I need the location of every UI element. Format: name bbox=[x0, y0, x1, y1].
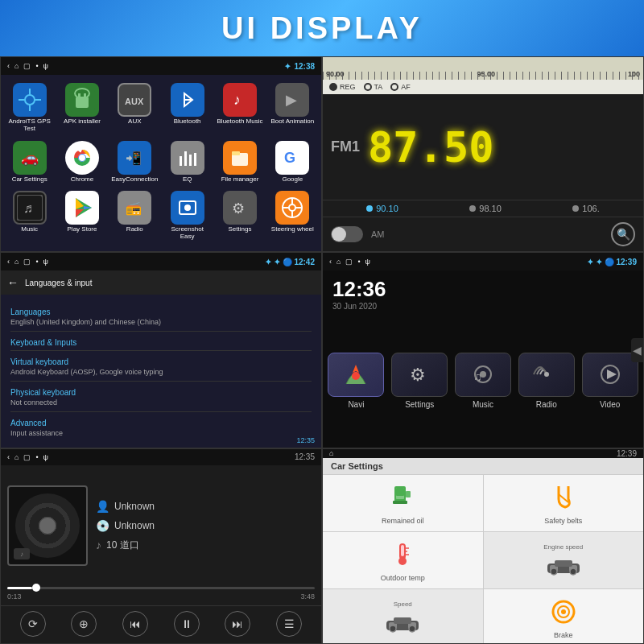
setting-remained-oil[interactable]: Remained oil bbox=[323, 475, 483, 531]
section-languages: Languages bbox=[10, 308, 312, 316]
setting-outdoor-temp[interactable]: Outdoor temp bbox=[323, 532, 483, 588]
frequency-display: 87.50 bbox=[368, 123, 494, 171]
settings-content: Languages English (United Kingdom) and C… bbox=[1, 295, 321, 448]
engine-label: Engine speed bbox=[543, 543, 583, 551]
preset-2[interactable]: 98.10 bbox=[469, 204, 502, 213]
ta-button[interactable]: TA bbox=[364, 83, 383, 91]
music-progress: 0:13 3:48 bbox=[1, 587, 321, 605]
radio-freq-display: FM1 87.50 bbox=[323, 94, 643, 200]
car-settings-grid: Remained oil Safety belts bbox=[323, 475, 643, 644]
car-apps-row: Navi ⚙ Settings ♫ bbox=[323, 314, 643, 447]
app-item[interactable]: 📲 EasyConnection bbox=[109, 138, 160, 187]
am-toggle[interactable] bbox=[331, 226, 363, 242]
app-label-btmusic: Bluetooth Music bbox=[217, 118, 263, 126]
playlist-button[interactable]: ☰ bbox=[276, 611, 302, 637]
radio-buttons-row: REG TA AF bbox=[323, 80, 643, 94]
svg-point-88 bbox=[570, 568, 576, 575]
app-item[interactable]: EQ bbox=[162, 138, 213, 187]
section-physical: Physical keyboard bbox=[10, 388, 312, 397]
app-icon-radio: 📻 bbox=[118, 191, 151, 225]
next-arrow[interactable]: ◀ bbox=[631, 338, 643, 362]
back-icon[interactable]: ← bbox=[7, 276, 19, 289]
setting-speed[interactable]: Speed bbox=[323, 589, 483, 644]
svg-text:📻: 📻 bbox=[126, 200, 142, 216]
temp-label: Outdoor temp bbox=[381, 574, 425, 582]
app-item[interactable]: Steering wheel bbox=[267, 188, 318, 244]
svg-rect-28 bbox=[180, 156, 182, 166]
svg-text:♪: ♪ bbox=[233, 92, 241, 108]
app-item[interactable]: Chrome bbox=[56, 138, 107, 187]
languages-value: English (United Kingdom) and Chinese (Ch… bbox=[10, 318, 312, 326]
app-item[interactable]: File manager bbox=[214, 138, 265, 187]
music-controls: ⟳ ⊕ ⏮ ⏸ ⏭ ☰ bbox=[1, 605, 321, 643]
car-app-navi[interactable]: Navi bbox=[326, 353, 386, 409]
fm-label: FM1 bbox=[331, 138, 360, 155]
app-label-music: Music bbox=[21, 226, 38, 233]
section-keyboard: Keyboard & Inputs bbox=[10, 338, 312, 347]
app-item[interactable]: ⚙ Settings bbox=[214, 188, 265, 244]
app-icon-bluetooth bbox=[171, 83, 204, 117]
svg-marker-60 bbox=[353, 365, 359, 373]
setting-brake[interactable]: Brake bbox=[484, 589, 644, 644]
oil-label: Remained oil bbox=[382, 517, 424, 525]
reg-button[interactable]: REG bbox=[329, 83, 356, 91]
svg-point-24 bbox=[79, 155, 85, 161]
car-app-music[interactable]: ♫ Music bbox=[453, 353, 514, 409]
shuffle-button[interactable]: ⊕ bbox=[71, 611, 97, 637]
preset-1[interactable]: 90.10 bbox=[366, 204, 398, 213]
screenshots-grid: ‹ ⌂ ▢ • ψ ✦ 12:38 bbox=[0, 56, 644, 644]
app-label-boot: Boot Animation bbox=[270, 118, 314, 126]
car-settings-statusbar: ⌂ 12:39 bbox=[323, 449, 643, 458]
next-button[interactable]: ⏭ bbox=[225, 611, 250, 637]
app-label-eq: EQ bbox=[183, 176, 192, 184]
preset-3[interactable]: 106. bbox=[572, 204, 599, 213]
belt-label: Safety belts bbox=[544, 517, 582, 525]
app-item[interactable]: ♬ Music bbox=[4, 188, 55, 244]
panel-language-settings: ‹ ⌂ ▢ • ψ ✦ ✦ 🔵 12:42 ← Languages & inpu… bbox=[0, 252, 322, 448]
app-item[interactable]: Bluetooth bbox=[162, 80, 213, 136]
car-time: 12:36 bbox=[332, 277, 634, 302]
navi-icon bbox=[328, 353, 384, 397]
app-label-settings: Settings bbox=[229, 226, 252, 233]
app-item[interactable]: G Google bbox=[267, 138, 318, 187]
setting-engine-speed[interactable]: Engine speed bbox=[484, 532, 644, 588]
music-statusbar: ‹ ⌂ ▢ • ψ 12:35 bbox=[1, 449, 321, 465]
app-icon-google: G bbox=[275, 141, 309, 175]
app-item[interactable]: ▶ Boot Animation bbox=[267, 80, 318, 136]
car-app-video[interactable]: Video bbox=[580, 353, 640, 409]
svg-rect-89 bbox=[555, 560, 572, 567]
app-item[interactable]: APK installer bbox=[56, 80, 107, 136]
svg-point-94 bbox=[409, 625, 415, 632]
app-grid: AndroiTS GPS Test APK installer bbox=[1, 75, 321, 249]
setting-safety-belts[interactable]: Safety belts bbox=[484, 475, 644, 531]
statusbar-1: ‹ ⌂ ▢ • ψ ✦ 12:38 bbox=[1, 57, 321, 75]
app-icon-settings: ⚙ bbox=[223, 191, 257, 225]
app-item[interactable]: Play Store bbox=[56, 188, 107, 244]
af-button[interactable]: AF bbox=[390, 83, 411, 91]
svg-rect-27 bbox=[175, 145, 200, 171]
app-icon-apk bbox=[65, 83, 99, 117]
repeat-button[interactable]: ⟳ bbox=[20, 611, 46, 637]
app-item[interactable]: 🚗 Car Settings bbox=[4, 138, 55, 187]
svg-point-48 bbox=[184, 204, 191, 211]
settings-nav: ← Languages & input bbox=[1, 270, 321, 295]
app-item[interactable]: Screenshot Easy bbox=[162, 188, 213, 244]
app-label-apk: APK installer bbox=[64, 118, 101, 126]
car-app-radio[interactable]: Radio bbox=[516, 353, 576, 409]
app-item[interactable]: AndroiTS GPS Test bbox=[4, 80, 55, 136]
radio-ruler: 90.00 95.00 100 bbox=[323, 57, 643, 80]
car-app-settings[interactable]: ⚙ Settings bbox=[390, 353, 450, 409]
app-icon-screenshot bbox=[171, 191, 204, 225]
app-icon-boot: ▶ bbox=[275, 83, 309, 117]
settings-label: Settings bbox=[405, 400, 434, 409]
play-pause-button[interactable]: ⏸ bbox=[174, 611, 200, 637]
svg-text:⚙: ⚙ bbox=[410, 365, 426, 385]
app-item[interactable]: ♪ Bluetooth Music bbox=[214, 80, 265, 136]
svg-text:▶: ▶ bbox=[286, 92, 297, 108]
search-button[interactable]: 🔍 bbox=[611, 222, 635, 246]
app-item[interactable]: 📻 Radio bbox=[109, 188, 160, 244]
svg-rect-79 bbox=[401, 545, 404, 556]
prev-button[interactable]: ⏮ bbox=[122, 611, 148, 637]
svg-rect-31 bbox=[194, 153, 196, 166]
app-item[interactable]: AUX AUX bbox=[109, 80, 160, 136]
